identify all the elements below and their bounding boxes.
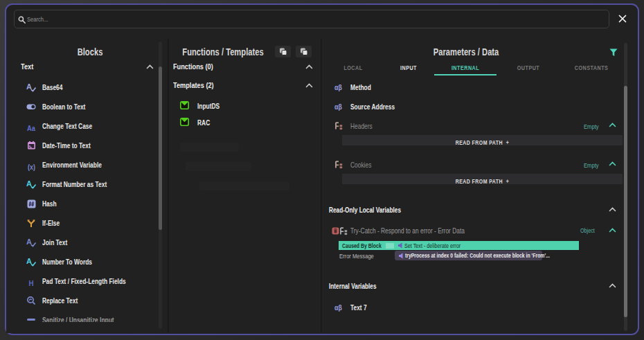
svg-text:A: A: [26, 238, 32, 246]
svg-text:A: A: [26, 82, 32, 91]
svg-text:A: A: [26, 179, 32, 188]
svg-text:A: A: [26, 257, 32, 265]
